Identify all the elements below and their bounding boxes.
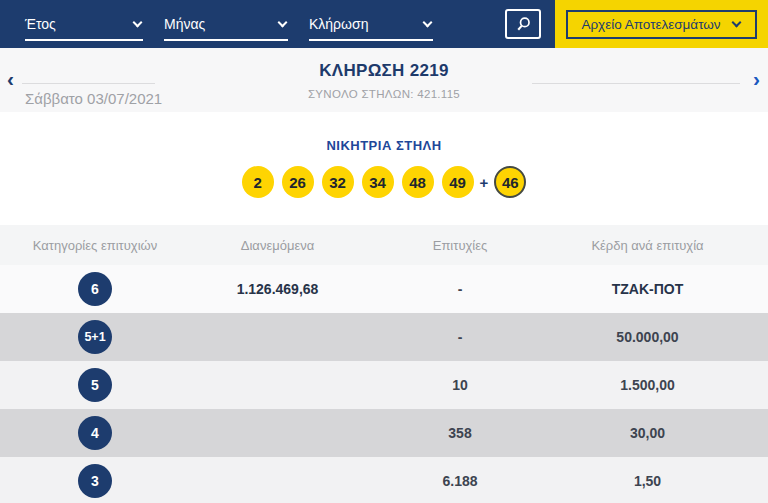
winning-column-section: ΝΙΚΗΤΡΙΑ ΣΤΗΛΗ 2 26 32 34 48 49 + 46 <box>0 112 768 225</box>
prize-value: 30,00 <box>555 425 740 441</box>
number-ball: 32 <box>322 166 354 198</box>
year-dropdown[interactable]: Έτος <box>25 16 143 41</box>
draw-dropdown[interactable]: Κλήρωση <box>309 16 433 41</box>
number-ball: 34 <box>362 166 394 198</box>
category-badge: 4 <box>78 416 112 450</box>
category-badge: 5+1 <box>78 320 112 354</box>
search-button[interactable] <box>505 9 541 39</box>
category-badge: 6 <box>78 272 112 306</box>
next-draw-button[interactable]: › <box>753 68 760 89</box>
winners-value: - <box>365 329 555 345</box>
archive-results-button[interactable]: Αρχείο Αποτελεσμάτων <box>566 10 756 39</box>
winners-value: 6.188 <box>365 473 555 489</box>
prize-value: 1.500,00 <box>555 377 740 393</box>
number-ball: 49 <box>442 166 474 198</box>
divider <box>532 83 740 84</box>
month-dropdown[interactable]: Μήνας <box>164 16 288 41</box>
number-ball: 26 <box>282 166 314 198</box>
plus-sign: + <box>480 174 489 191</box>
table-row: 4 358 30,00 <box>0 409 768 457</box>
draw-navigation: ‹ Σάββατο 03/07/2021 ΚΛΗΡΩΣΗ 2219 ΣΥΝΟΛΟ… <box>0 48 768 112</box>
table-row: 5 10 1.500,00 <box>0 361 768 409</box>
table-row: 5+1 - 50.000,00 <box>0 313 768 361</box>
number-ball: 2 <box>242 166 274 198</box>
year-dropdown-label: Έτος <box>25 16 56 32</box>
chevron-down-icon <box>133 18 143 28</box>
archive-area: Αρχείο Αποτελεσμάτων <box>555 0 768 48</box>
winning-column-title: ΝΙΚΗΤΡΙΑ ΣΤΗΛΗ <box>0 112 768 153</box>
chevron-down-icon <box>278 18 288 28</box>
winners-value: 10 <box>365 377 555 393</box>
prize-value: ΤΖΑΚ-ΠΟΤ <box>555 281 740 297</box>
draw-title: ΚΛΗΡΩΣΗ 2219 <box>0 61 768 81</box>
distributed-value: 1.126.469,68 <box>190 281 365 297</box>
category-badge: 5 <box>78 368 112 402</box>
top-bar: Έτος Μήνας Κλήρωση Αρχείο Αποτελεσμάτων <box>0 0 768 48</box>
column-header-prize: Κέρδη ανά επιτυχία <box>555 238 740 253</box>
archive-results-label: Αρχείο Αποτελεσμάτων <box>581 17 720 32</box>
column-header-categories: Κατηγορίες επιτυχιών <box>0 238 190 253</box>
winning-numbers: 2 26 32 34 48 49 + 46 <box>0 166 768 198</box>
month-dropdown-label: Μήνας <box>164 16 205 32</box>
filter-bar: Έτος Μήνας Κλήρωση <box>0 0 555 48</box>
table-row: 6 1.126.469,68 - ΤΖΑΚ-ΠΟΤ <box>0 265 768 313</box>
table-header-row: Κατηγορίες επιτυχιών Διανεμόμενα Επιτυχί… <box>0 225 768 265</box>
table-row: 3 6.188 1,50 <box>0 457 768 503</box>
column-header-winners: Επιτυχίες <box>365 238 555 253</box>
draw-header: ΚΛΗΡΩΣΗ 2219 ΣΥΝΟΛΟ ΣΤΗΛΩΝ: 421.115 <box>0 61 768 100</box>
category-badge: 3 <box>78 464 112 498</box>
winners-value: 358 <box>365 425 555 441</box>
prize-value: 50.000,00 <box>555 329 740 345</box>
number-ball: 48 <box>402 166 434 198</box>
chevron-down-icon <box>423 18 433 28</box>
column-header-distributed: Διανεμόμενα <box>190 238 365 253</box>
chevron-down-icon <box>731 18 741 28</box>
winners-value: - <box>365 281 555 297</box>
draw-dropdown-label: Κλήρωση <box>309 16 368 32</box>
prize-value: 1,50 <box>555 473 740 489</box>
search-icon <box>515 16 532 33</box>
total-columns-label: ΣΥΝΟΛΟ ΣΤΗΛΩΝ: 421.115 <box>0 88 768 100</box>
bonus-number-ball: 46 <box>494 166 526 198</box>
results-table: Κατηγορίες επιτυχιών Διανεμόμενα Επιτυχί… <box>0 225 768 503</box>
